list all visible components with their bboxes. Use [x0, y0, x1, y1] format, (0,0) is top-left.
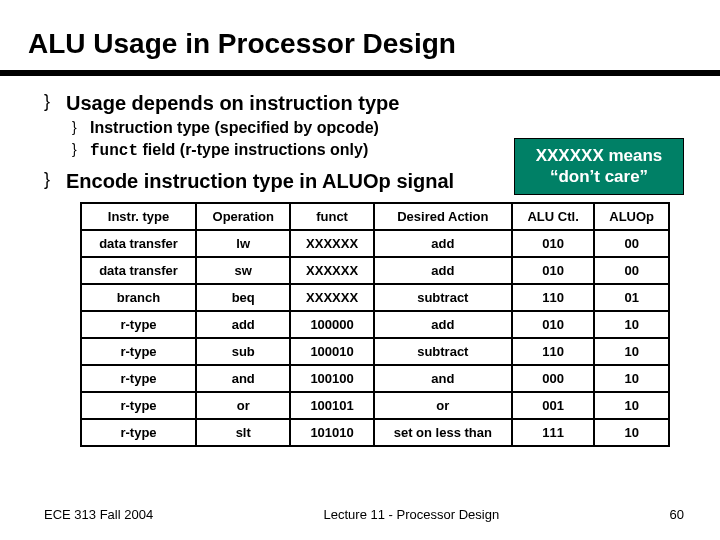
td: r-type	[81, 419, 196, 446]
th: Operation	[196, 203, 290, 230]
td: 100100	[290, 365, 373, 392]
bullet-icon: }	[72, 140, 90, 158]
td: data transfer	[81, 230, 196, 257]
td: beq	[196, 284, 290, 311]
td: XXXXXX	[290, 284, 373, 311]
slide-title: ALU Usage in Processor Design	[0, 0, 720, 70]
td: sw	[196, 257, 290, 284]
td: data transfer	[81, 257, 196, 284]
table-row: r-typeand100100and00010	[81, 365, 669, 392]
td: or	[196, 392, 290, 419]
td: 110	[512, 338, 594, 365]
bullet-icon: }	[44, 90, 66, 113]
td: r-type	[81, 311, 196, 338]
td: 10	[594, 392, 669, 419]
td: sub	[196, 338, 290, 365]
td: 000	[512, 365, 594, 392]
sub-bullet: } Instruction type (specified by opcode)	[72, 118, 684, 139]
td: 01	[594, 284, 669, 311]
table-row: data transferswXXXXXXadd01000	[81, 257, 669, 284]
table-row: r-typeadd100000add01010	[81, 311, 669, 338]
table-body: data transferlwXXXXXXadd01000data transf…	[81, 230, 669, 446]
footer-center: Lecture 11 - Processor Design	[324, 507, 500, 522]
footer-right: 60	[670, 507, 684, 522]
td: 10	[594, 338, 669, 365]
td: 10	[594, 419, 669, 446]
slide-footer: ECE 313 Fall 2004 Lecture 11 - Processor…	[0, 507, 720, 522]
table-header-row: Instr. type Operation funct Desired Acti…	[81, 203, 669, 230]
th: ALUOp	[594, 203, 669, 230]
td: 00	[594, 257, 669, 284]
td: r-type	[81, 392, 196, 419]
note-line-1: XXXXXX means	[521, 145, 677, 166]
bullet-icon: }	[44, 168, 66, 191]
bullet-2-text: Encode instruction type in ALUOp signal	[66, 168, 454, 194]
td: 100101	[290, 392, 373, 419]
td: set on less than	[374, 419, 512, 446]
instruction-table-wrap: Instr. type Operation funct Desired Acti…	[80, 202, 684, 447]
td: add	[374, 257, 512, 284]
th: Instr. type	[81, 203, 196, 230]
td: 010	[512, 230, 594, 257]
footer-left: ECE 313 Fall 2004	[44, 507, 153, 522]
td: XXXXXX	[290, 257, 373, 284]
td: 00	[594, 230, 669, 257]
td: XXXXXX	[290, 230, 373, 257]
td: lw	[196, 230, 290, 257]
instruction-table: Instr. type Operation funct Desired Acti…	[80, 202, 670, 447]
table-row: branchbeqXXXXXXsubtract11001	[81, 284, 669, 311]
bullet-1: } Usage depends on instruction type	[44, 90, 684, 116]
th: Desired Action	[374, 203, 512, 230]
td: 010	[512, 311, 594, 338]
table-row: r-typesub100010subtract11010	[81, 338, 669, 365]
td: branch	[81, 284, 196, 311]
td: 10	[594, 311, 669, 338]
note-line-2: “don’t care”	[521, 166, 677, 187]
th: ALU Ctl.	[512, 203, 594, 230]
bullet-icon: }	[72, 118, 90, 136]
td: 100000	[290, 311, 373, 338]
td: r-type	[81, 365, 196, 392]
sub-bullet-text: funct field (r-type instructions only)	[90, 140, 368, 162]
td: 111	[512, 419, 594, 446]
bullet-1-text: Usage depends on instruction type	[66, 90, 399, 116]
td: add	[374, 230, 512, 257]
td: 10	[594, 365, 669, 392]
title-rule	[0, 70, 720, 76]
td: subtract	[374, 338, 512, 365]
th: funct	[290, 203, 373, 230]
td: or	[374, 392, 512, 419]
td: subtract	[374, 284, 512, 311]
td: and	[374, 365, 512, 392]
td: add	[374, 311, 512, 338]
table-row: data transferlwXXXXXXadd01000	[81, 230, 669, 257]
td: r-type	[81, 338, 196, 365]
td: 001	[512, 392, 594, 419]
td: add	[196, 311, 290, 338]
td: 110	[512, 284, 594, 311]
td: slt	[196, 419, 290, 446]
note-box: XXXXXX means “don’t care”	[514, 138, 684, 195]
td: 101010	[290, 419, 373, 446]
td: and	[196, 365, 290, 392]
sub-bullet-text: Instruction type (specified by opcode)	[90, 118, 379, 139]
td: 010	[512, 257, 594, 284]
table-row: r-typeslt101010set on less than11110	[81, 419, 669, 446]
td: 100010	[290, 338, 373, 365]
table-row: r-typeor100101or00110	[81, 392, 669, 419]
